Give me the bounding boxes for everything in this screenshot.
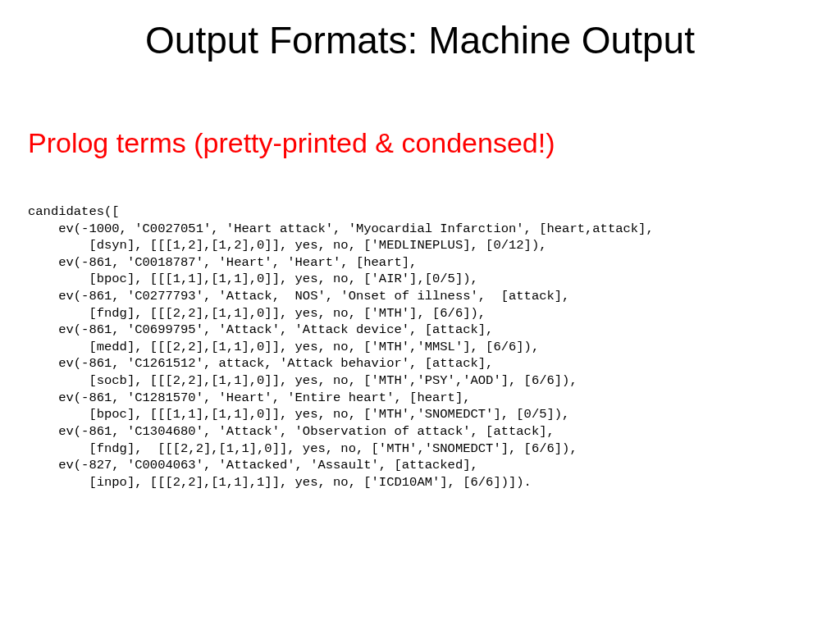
slide-subtitle: Prolog terms (pretty-printed & condensed… xyxy=(28,127,555,159)
slide-title: Output Formats: Machine Output xyxy=(0,18,840,62)
code-block: candidates([ ev(-1000, 'C0027051', 'Hear… xyxy=(28,203,654,491)
slide: Output Formats: Machine Output Prolog te… xyxy=(0,0,840,630)
